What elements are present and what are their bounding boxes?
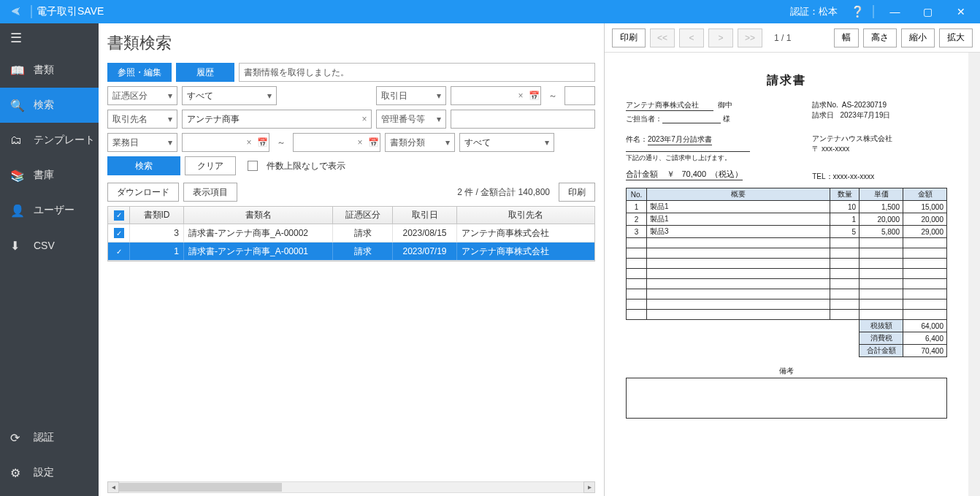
scroll-track[interactable] <box>119 481 583 493</box>
partner-label[interactable]: 取引先名 ▾ <box>107 110 177 129</box>
scroll-left-icon[interactable]: ◂ <box>107 481 119 493</box>
doc-class-label[interactable]: 書類分類 ▾ <box>385 133 455 152</box>
cell-name: 請求書-アンテナ商事_A-00002 <box>184 224 333 242</box>
table-row[interactable]: ✓3請求書-アンテナ商事_A-00002請求2023/08/15アンテナ商事株式… <box>108 224 594 243</box>
close-button[interactable]: ✕ <box>944 0 977 23</box>
sidebar-item-検索[interactable]: 🔍検索 <box>0 88 99 123</box>
sidebar-icon: 📚 <box>10 169 23 183</box>
page-last-button[interactable]: >> <box>738 28 762 47</box>
zoom-out-button[interactable]: 縮小 <box>901 28 935 47</box>
preview-vscroll[interactable] <box>968 53 980 496</box>
chevron-down-icon[interactable]: ▾ <box>441 137 454 148</box>
calendar-icon[interactable]: 📅 <box>256 137 269 148</box>
trade-date-from[interactable]: × 📅 <box>451 86 541 105</box>
zoom-in-button[interactable]: 拡大 <box>939 28 973 47</box>
cert-kubun-select[interactable]: すべて ▾ <box>182 86 277 105</box>
hamburger-icon[interactable]: ☰ <box>0 23 99 53</box>
chevron-down-icon[interactable]: ▾ <box>164 114 177 124</box>
clear-icon[interactable]: × <box>353 137 367 148</box>
sidebar-item-label: 設定 <box>34 466 54 479</box>
work-date-label[interactable]: 業務日 ▾ <box>107 133 177 152</box>
clear-icon[interactable]: × <box>514 91 527 101</box>
clear-icon[interactable]: × <box>242 137 256 148</box>
preview-print-button[interactable]: 印刷 <box>612 28 646 47</box>
cell-id: 3 <box>130 224 184 242</box>
row-checkbox[interactable]: ✓ <box>108 224 130 242</box>
maximize-button[interactable]: ▢ <box>911 0 944 23</box>
cell-date: 2023/08/15 <box>393 224 457 242</box>
sidebar-item-テンプレート[interactable]: 🗂テンプレート <box>0 123 99 158</box>
no-limit-label: 件数上限なしで表示 <box>267 160 345 172</box>
page-prev-button[interactable]: < <box>679 28 704 47</box>
help-icon[interactable]: ❔ <box>846 5 868 18</box>
sidebar-item-書庫[interactable]: 📚書庫 <box>0 158 99 193</box>
sidebar-item-書類[interactable]: 📖書類 <box>0 53 99 88</box>
horizontal-scrollbar[interactable]: ◂ ▸ <box>107 481 595 493</box>
search-panel: 書類検索 参照・編集 履歴 証憑区分 ▾ すべて ▾ 取引日 ▾ <box>99 23 605 496</box>
cell-partner: アンテナ商事株式会社 <box>457 224 594 242</box>
chevron-down-icon[interactable]: ▾ <box>164 137 177 148</box>
sidebar-icon: 🔍 <box>10 99 23 112</box>
th-check[interactable]: ✓ <box>108 207 130 224</box>
sidebar-item-設定[interactable]: ⚙設定 <box>0 455 99 490</box>
mgmt-no-label[interactable]: 管理番号等 ▾ <box>376 110 446 129</box>
search-button[interactable]: 検索 <box>107 156 180 175</box>
cell-partner: アンテナ商事株式会社 <box>457 243 594 260</box>
clear-button[interactable]: クリア <box>185 156 236 175</box>
page-next-button[interactable]: > <box>708 28 733 47</box>
no-limit-checkbox[interactable] <box>248 161 258 171</box>
mgmt-no-input[interactable] <box>451 110 595 129</box>
check-all[interactable]: ✓ <box>114 210 124 221</box>
sidebar-icon: 👤 <box>10 204 23 218</box>
sidebar-item-ユーザー[interactable]: 👤ユーザー <box>0 193 99 228</box>
history-button[interactable]: 履歴 <box>176 63 234 82</box>
chevron-down-icon[interactable]: ▾ <box>164 91 177 101</box>
titlebar-divider <box>31 5 32 18</box>
row-checkbox[interactable]: ✓ <box>108 243 130 260</box>
reference-edit-button[interactable]: 参照・編集 <box>107 63 172 82</box>
download-button[interactable]: ダウンロード <box>107 183 179 202</box>
work-date-from[interactable]: × 📅 <box>182 133 269 152</box>
print-results-button[interactable]: 印刷 <box>559 183 595 202</box>
th-kubun[interactable]: 証憑区分 <box>333 207 393 224</box>
trade-date-to[interactable] <box>564 86 595 105</box>
th-partner[interactable]: 取引先名 <box>457 207 594 224</box>
sidebar-icon: ⟳ <box>10 431 23 445</box>
preview-toolbar: 印刷 << < > >> 1 / 1 幅 高さ 縮小 拡大 <box>605 23 980 53</box>
calendar-icon[interactable]: 📅 <box>527 91 540 101</box>
back-icon[interactable]: ⮜ <box>6 6 26 18</box>
sidebar-item-label: CSV <box>34 240 55 251</box>
sidebar: ☰ 📖書類🔍検索🗂テンプレート📚書庫👤ユーザー⬇CSV ⟳認証⚙設定 <box>0 23 99 496</box>
result-summary: 2 件 / 金額合計 140,800 <box>457 186 554 199</box>
cell-name: 請求書-アンテナ商事_A-00001 <box>184 243 333 260</box>
sidebar-item-CSV[interactable]: ⬇CSV <box>0 228 99 263</box>
doc-class-select[interactable]: すべて ▾ <box>459 133 554 152</box>
th-name[interactable]: 書類名 <box>184 207 333 224</box>
th-date[interactable]: 取引日 <box>393 207 457 224</box>
th-id[interactable]: 書類ID <box>130 207 184 224</box>
fit-width-button[interactable]: 幅 <box>834 28 859 47</box>
doc-company: アンテナ商事株式会社 <box>626 100 713 111</box>
minimize-button[interactable]: — <box>878 0 911 23</box>
work-date-to[interactable]: × 📅 <box>293 133 380 152</box>
titlebar: ⮜ 電子取引SAVE 認証：松本 ❔ — ▢ ✕ <box>0 0 980 23</box>
chevron-down-icon[interactable]: ▾ <box>432 114 445 124</box>
fit-height-button[interactable]: 高さ <box>863 28 897 47</box>
cert-kubun-label[interactable]: 証憑区分 ▾ <box>107 86 177 105</box>
scroll-thumb[interactable] <box>119 483 282 492</box>
partner-input[interactable]: アンテナ商事 × <box>182 110 372 129</box>
sidebar-item-認証[interactable]: ⟳認証 <box>0 420 99 455</box>
calendar-icon[interactable]: 📅 <box>367 137 380 148</box>
sidebar-item-label: ユーザー <box>34 204 74 217</box>
columns-button[interactable]: 表示項目 <box>183 183 237 202</box>
cell-id: 1 <box>130 243 184 260</box>
chevron-down-icon[interactable]: ▾ <box>432 91 445 101</box>
chevron-down-icon[interactable]: ▾ <box>540 137 554 148</box>
table-row[interactable]: ✓1請求書-アンテナ商事_A-00001請求2023/07/19アンテナ商事株式… <box>108 243 594 261</box>
scroll-right-icon[interactable]: ▸ <box>583 481 595 493</box>
chevron-down-icon[interactable]: ▾ <box>263 91 276 101</box>
clear-icon[interactable]: × <box>358 114 371 124</box>
trade-date-label[interactable]: 取引日 ▾ <box>376 86 446 105</box>
page-first-button[interactable]: << <box>650 28 675 47</box>
sidebar-item-label: 書類 <box>34 64 54 77</box>
